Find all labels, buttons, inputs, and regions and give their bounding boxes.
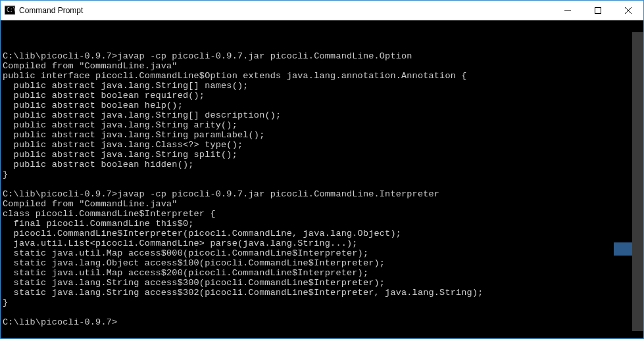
command-prompt-window: C:\ Command Prompt C:\lib\picocli-0.9.7>… bbox=[0, 0, 644, 339]
terminal-output: C:\lib\picocli-0.9.7>javap -cp picocli-0… bbox=[3, 41, 641, 327]
close-button[interactable] bbox=[613, 1, 643, 20]
window-title: Command Prompt bbox=[19, 6, 553, 15]
terminal-area[interactable]: C:\lib\picocli-0.9.7>javap -cp picocli-0… bbox=[1, 20, 643, 338]
command-prompt-icon: C:\ bbox=[5, 5, 15, 16]
minimize-button[interactable] bbox=[553, 1, 583, 20]
scrollbar-thumb[interactable] bbox=[632, 32, 643, 331]
svg-rect-3 bbox=[595, 7, 601, 13]
svg-text:C:\: C:\ bbox=[7, 7, 15, 13]
scrollbar-track[interactable] bbox=[632, 20, 643, 338]
titlebar[interactable]: C:\ Command Prompt bbox=[1, 1, 643, 20]
window-controls bbox=[553, 1, 643, 20]
maximize-button[interactable] bbox=[583, 1, 613, 20]
selection-indicator bbox=[614, 242, 632, 256]
